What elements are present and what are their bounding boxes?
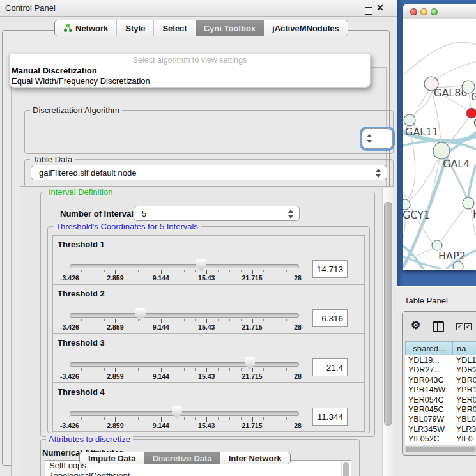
tab-discretize-data[interactable]: Discretize Data [144,452,220,464]
table-panel-title: Table Panel [404,296,448,305]
group-title: Interval Definition [46,187,115,197]
threshold-label: Threshold 2 [58,289,105,298]
tab-label: Impute Data [88,454,135,463]
stepper-arrows-icon [288,210,294,219]
tab-label: Style [125,24,145,33]
popup-option-manual-discretization[interactable]: Manual Discretization [12,66,363,75]
threshold-1-panel: Threshold 1 -3.4262.8599.14415.4321.7152… [52,235,365,284]
tab-jactivemnodules[interactable]: jActiveMNodules [264,20,348,36]
table-row[interactable]: YPR145WYPR1 [405,385,476,395]
network-node-label: GAL11 [405,126,439,138]
slider-ticks [70,367,298,372]
column-header-shared-name[interactable]: shared... [405,341,453,355]
stepper-arrows-icon [376,169,381,178]
number-of-intervals-combobox[interactable]: 5 [134,206,300,221]
horizontal-scrollbar[interactable] [405,446,476,452]
tab-style[interactable]: Style [116,20,153,36]
network-canvas[interactable]: GAL80GCGAL11GAL4GCY1HHAP2 [403,19,476,269]
network-node-label: C [473,117,476,129]
tab-select[interactable]: Select [153,20,195,36]
network-node[interactable] [433,142,450,159]
scrollbar-thumb[interactable] [406,447,475,452]
network-node[interactable] [404,114,415,126]
scrollbar-thumb[interactable] [384,202,392,426]
table-panel: ⚙ ✓ ✓ shared... na YDL19...YDL1YDR27...Y… [402,311,476,456]
popup-placeholder: Select algorithm to view settings [10,56,370,65]
threshold-value-field[interactable]: 14.713 [312,260,348,278]
network-node[interactable] [432,240,442,250]
tab-infer-network[interactable]: Infer Network [220,452,290,464]
slider-ticks [70,269,298,274]
network-node[interactable] [463,197,474,209]
bottom-tab-bar: Impute Data Discretize Data Infer Networ… [79,452,291,464]
slider-ticks [70,318,298,323]
threshold-value-field[interactable]: 6.316 [312,309,348,327]
table-row[interactable]: YLR345WYLR3 [405,425,476,434]
network-node-label: HAP2 [438,250,466,262]
threshold-3-panel: Threshold 3 -3.4262.8599.14415.4321.7152… [52,334,365,383]
top-tab-bar: Network Style Select Cyni Toolbox jActiv… [54,20,348,36]
table-row[interactable]: YDR27...YDR2 [405,365,476,375]
table-row[interactable]: YER054CYER0 [405,395,476,405]
network-node-label: H [473,208,476,220]
slider-track[interactable] [70,264,299,268]
group-title: Discretization Algorithm [30,105,122,115]
column-layout-icon[interactable] [433,321,444,332]
cyni-toolbox-panel: Discretization Algorithm Table Data galF… [2,30,390,466]
group-title: Table Data [30,155,75,164]
threshold-value-field[interactable]: 11.344 [312,408,348,426]
network-node[interactable] [453,261,463,269]
slider-scale-labels: -3.4262.8599.14415.4321.71528 [70,372,298,380]
tab-label: Cyni Toolbox [204,24,256,33]
table-data-group: Table Data galFiltered.sif default node [24,159,394,187]
tab-impute-data[interactable]: Impute Data [80,452,144,464]
threshold-value-field[interactable]: 21.4 [312,358,348,376]
zoom-traffic-light-icon[interactable] [431,8,438,15]
network-window-titlebar [403,4,476,19]
minimize-traffic-light-icon[interactable] [420,8,427,15]
panel-title: Control Panel [5,3,56,13]
popup-option-equal-width-frequency[interactable]: Equal Width/Frequency Discretization [12,76,363,86]
discretize-data-pane: Discretization Algorithm Table Data galF… [11,67,387,476]
table-row[interactable]: YBR045CYBR0 [405,405,476,415]
table-data-combobox[interactable]: galFiltered.sif default node [31,165,387,180]
group-title: Attributes to discretize [46,434,133,444]
settings-scroll-area: Interval Definition Number of Intervals … [20,186,394,476]
slider-track[interactable] [70,313,299,318]
group-title: Threshold's Coordinates for 5 Intervals [53,222,201,231]
float-window-icon[interactable] [365,7,372,15]
algorithm-combobox[interactable] [362,128,393,149]
scrollbar-thumb[interactable] [343,462,349,476]
checkbox-icon[interactable]: ✓ [464,323,472,330]
node-attribute-table: shared... na YDL19...YDL1YDR27...YDR2YBR… [405,341,476,445]
gear-icon[interactable]: ⚙ [411,320,420,331]
table-panel-header: Table Panel [397,286,476,312]
list-item[interactable]: TopologicalCoefficient [45,471,351,476]
table-row[interactable]: YBL079WYBL0 [405,415,476,424]
tab-network[interactable]: Network [55,20,116,36]
slider-scale-labels: -3.4262.8599.14415.4321.71528 [70,422,298,429]
column-header-name[interactable]: na [452,341,476,355]
panel-scrollbar[interactable] [382,188,393,476]
slider-track[interactable] [70,411,299,416]
threshold-label: Threshold 4 [58,387,105,397]
network-node[interactable] [403,199,410,210]
close-icon[interactable]: ✕ [376,3,384,13]
slider-track[interactable] [70,362,299,367]
close-traffic-light-icon[interactable] [410,8,417,15]
table-body: YDL19...YDL1YDR27...YDR2YBR043CYBR0YPR14… [405,356,476,445]
interval-definition-group: Interval Definition Number of Intervals … [40,192,375,437]
threshold-label: Threshold 3 [58,338,105,348]
threshold-2-panel: Threshold 2 -3.4262.8599.14415.4321.7152… [52,284,365,334]
application-window: Control Panel ✕ Network Style Select Cyn… [0,0,476,476]
network-node-label: GCY1 [403,209,430,221]
tab-cyni-toolbox[interactable]: Cyni Toolbox [196,20,264,36]
table-row[interactable]: YIL052CYIL0 [405,434,476,444]
number-of-intervals-label: Number of Intervals [60,209,138,219]
table-row[interactable]: YDL19...YDL1 [405,356,476,365]
checkbox-icon[interactable]: ✓ [456,323,463,330]
list-scrollbar[interactable] [341,461,350,476]
threshold-4-panel: Threshold 4 -3.4262.8599.14415.4321.7152… [52,383,365,432]
control-panel-titlebar: Control Panel ✕ [0,0,397,17]
table-row[interactable]: YBR043CYBR0 [405,376,476,385]
